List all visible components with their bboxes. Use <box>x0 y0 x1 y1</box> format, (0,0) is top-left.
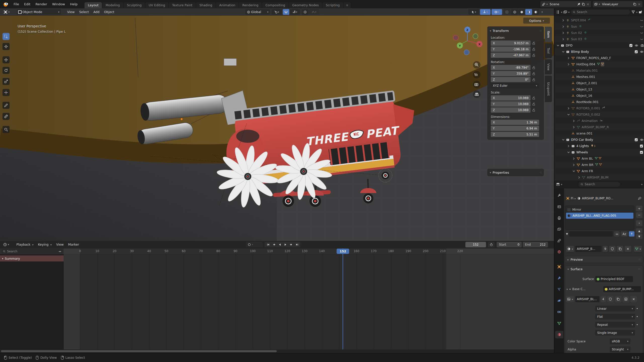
sidebar-tab-ucupaint[interactable]: Ucupaint <box>545 76 552 102</box>
outliner-row-spot-004[interactable]: SPOT.004 <box>554 17 644 23</box>
eye-closed-icon[interactable] <box>640 31 643 35</box>
outliner-row-object-16[interactable]: Object_16 <box>554 93 644 99</box>
frame-start-field[interactable]: Start 0 <box>497 242 522 247</box>
outliner-row-sun-03[interactable]: Sun 03 <box>554 36 644 42</box>
dim-z-field[interactable]: Z5.51 m <box>491 132 539 137</box>
viewport-menu-add[interactable]: Add <box>91 9 102 15</box>
filter-toggle[interactable]: ▼ <box>566 233 568 235</box>
viewport-menu-object[interactable]: Object <box>102 9 116 15</box>
outliner-row-airship-blim[interactable]: AIRSHIP_BLIM <box>554 174 644 180</box>
filter-invert-button[interactable]: ↔ <box>614 231 620 237</box>
slot-specials-button[interactable]: ▾ <box>636 220 642 226</box>
slot-move-up-button[interactable]: ▲ <box>636 228 642 233</box>
eye-open-icon[interactable] <box>640 138 643 142</box>
properties-panel-header[interactable]: ▾ Properties ∷ <box>490 170 542 175</box>
frame-end-field[interactable]: End 212 <box>523 242 548 247</box>
proportional-falloff-button[interactable]: ▾ <box>309 9 319 15</box>
outliner-row-4-lights[interactable]: 4 Lights3 <box>554 143 644 149</box>
current-frame-field[interactable]: 152 <box>465 242 486 247</box>
pin-icon[interactable] <box>577 3 581 6</box>
viewport-3d[interactable]: THREE KC PEAT <box>0 16 554 241</box>
gizmo-neg-z[interactable] <box>464 50 469 55</box>
chevron-right-icon[interactable] <box>572 126 575 129</box>
outliner-row-dfo-car-body[interactable]: DFO Car Body <box>554 137 644 143</box>
eye-closed-icon[interactable] <box>640 19 643 22</box>
previous-keyframe-button[interactable] <box>271 242 277 247</box>
tool-move[interactable] <box>3 56 10 63</box>
rotation-mode-dropdown[interactable]: XYZ Euler ▾ <box>491 83 539 88</box>
surface-shader-button[interactable]: Principled BSDF <box>595 276 633 282</box>
outliner-row-rootnode-001[interactable]: RootNode.001 <box>554 99 644 105</box>
image-users-button[interactable]: 4 <box>601 296 606 302</box>
exclude-checkbox[interactable] <box>634 50 638 54</box>
auto-keying-button[interactable]: ▾ <box>246 242 263 247</box>
workspace-tab-rendering[interactable]: Rendering <box>239 2 262 8</box>
properties-tab-output[interactable] <box>555 214 563 222</box>
zoom-button[interactable] <box>473 61 480 69</box>
rot-x-field[interactable]: X-89.794° <box>491 65 531 70</box>
breadcrumb-material[interactable]: AIRSHIP_BLIMP_RO... <box>582 197 613 200</box>
material-users-button[interactable]: 9 <box>603 246 608 252</box>
mode-dropdown[interactable]: Object Mode ▾ <box>17 9 61 15</box>
menu-help[interactable]: Help <box>68 2 80 7</box>
viewport-menu-view[interactable]: View <box>65 9 77 15</box>
panel-grip[interactable]: ∷ <box>540 171 542 174</box>
breadcrumb-object[interactable]: Pi <box>571 197 573 200</box>
workspace-tab-layout[interactable]: Layout <box>85 2 102 8</box>
base-color-input-button[interactable]: AIRSHIP_BLIMP... <box>603 286 641 292</box>
animate-dot[interactable]: • <box>636 307 638 310</box>
properties-tab-tool[interactable] <box>555 192 563 199</box>
playhead[interactable] <box>343 248 343 349</box>
chevron-right-icon[interactable] <box>572 157 575 160</box>
sort-asc-button[interactable]: ↑ <box>629 231 634 237</box>
selectability-dropdown[interactable]: ▾ <box>468 9 479 15</box>
outliner-row-hotdog-004[interactable]: HotDog.004 <box>554 61 644 67</box>
properties-tab-material[interactable] <box>555 331 563 338</box>
projection-dropdown[interactable]: Flat▾ <box>595 314 635 320</box>
workspace-tab-modeling[interactable]: Modeling <box>102 2 123 8</box>
display-mode-icon[interactable] <box>563 10 567 14</box>
properties-tab-world[interactable] <box>555 248 563 256</box>
outliner-row-dfo[interactable]: DFO <box>554 42 644 49</box>
outliner-row-object-2-001[interactable]: Object_2.001 <box>554 80 644 86</box>
outliner-row-sun[interactable]: Sun <box>554 23 644 30</box>
timeline-menu-view[interactable]: View <box>54 242 66 247</box>
properties-tab-modifiers[interactable] <box>555 274 563 282</box>
eye-open-icon[interactable] <box>640 50 643 54</box>
workspace-tab-texture-paint[interactable]: Texture Paint <box>169 2 196 8</box>
dim-y-field[interactable]: Y6.94 m <box>491 126 539 131</box>
outliner-row-blimp-body[interactable]: Blimp Body <box>554 49 644 55</box>
timeline-search-input[interactable]: Search ↔ <box>1 249 63 254</box>
pin-icon[interactable] <box>638 197 641 200</box>
color-space-dropdown[interactable]: sRGB▾ <box>610 338 630 344</box>
timeline-menu-marker[interactable]: Marker <box>66 242 81 247</box>
chevron-down-icon[interactable] <box>572 170 575 173</box>
chevron-right-icon[interactable] <box>562 19 565 22</box>
alpha-dropdown[interactable]: Straight▾ <box>610 346 630 352</box>
new-collection-icon[interactable] <box>638 10 642 14</box>
extension-dropdown[interactable]: Repeat▾ <box>595 322 635 328</box>
chevron-right-icon[interactable] <box>562 25 565 28</box>
chevron-right-icon[interactable] <box>578 176 581 179</box>
shading-solid-button[interactable] <box>518 9 525 15</box>
tool-measure[interactable] <box>3 113 10 120</box>
preview-panel[interactable]: ▸ Preview ∷ <box>565 256 643 263</box>
add-workspace-button[interactable]: + <box>344 2 351 8</box>
surface-panel-header[interactable]: ▾ Surface ∷ <box>565 266 643 273</box>
properties-tab-object[interactable] <box>555 263 563 270</box>
outliner-row-front-ropes-and-f[interactable]: FRONT_ROPES_AND_F <box>554 55 644 61</box>
outliner-row-object-13[interactable]: Object_13 <box>554 86 644 93</box>
properties-tab-constraints[interactable] <box>555 308 563 316</box>
exclude-checkbox[interactable] <box>640 151 643 154</box>
chevron-down-icon[interactable]: ▾ <box>567 288 568 291</box>
gizmos-toggle[interactable]: ▾ <box>480 9 491 15</box>
filter-invert-icon[interactable]: ↔ <box>59 250 61 253</box>
scrollbar-thumb[interactable] <box>1 350 277 352</box>
outliner-search-input[interactable]: Search <box>571 10 630 15</box>
loc-z-field[interactable]: Z-47.967 m <box>491 53 531 58</box>
shading-material-button[interactable] <box>525 9 532 15</box>
fake-user-button[interactable] <box>609 246 616 252</box>
perspective-toggle-button[interactable] <box>473 90 480 98</box>
snap-target-button[interactable]: ▾ <box>272 9 282 15</box>
camera-view-button[interactable] <box>473 81 480 88</box>
